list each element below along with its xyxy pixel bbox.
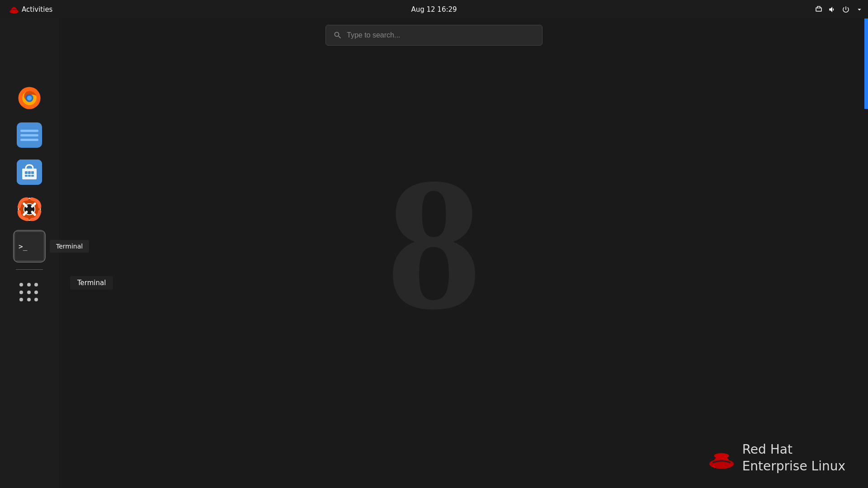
right-edge-indicator [864, 19, 868, 109]
help-icon-svg [17, 197, 42, 222]
terminal-prompt: >_ [19, 242, 27, 251]
terminal-icon-graphic: >_ [14, 231, 44, 261]
grid-dot [19, 298, 23, 301]
dock: >_ Terminal [0, 19, 59, 488]
dock-separator [16, 269, 43, 270]
software-icon-svg [17, 160, 42, 185]
svg-rect-13 [25, 175, 28, 177]
volume-icon-svg [828, 5, 836, 14]
topbar-right-controls [815, 5, 863, 14]
redhat-branding: Red Hat Enterprise Linux [708, 441, 845, 474]
terminal-tooltip-external: Terminal [70, 276, 113, 290]
redhat-line2: Enterprise Linux [742, 458, 845, 474]
grid-dot [34, 291, 38, 294]
system-menu-arrow-icon[interactable] [855, 5, 863, 14]
svg-rect-10 [25, 171, 28, 174]
search-bar [326, 25, 542, 46]
files-icon-graphic [17, 122, 42, 148]
grid-dot [27, 298, 31, 301]
svg-rect-15 [31, 175, 34, 177]
clock-display: Aug 12 16:29 [411, 5, 457, 14]
search-input[interactable] [347, 31, 535, 39]
svg-rect-14 [28, 175, 31, 177]
chevron-down-icon [855, 5, 863, 14]
svg-point-7 [27, 96, 32, 101]
dock-item-show-apps[interactable] [13, 277, 46, 309]
files-icon-bar2 [20, 134, 38, 136]
search-container [326, 25, 542, 46]
topbar: Activities Aug 12 16:29 [0, 0, 868, 19]
dock-item-files[interactable] [13, 119, 46, 151]
show-apps-grid [17, 280, 42, 305]
search-icon [333, 31, 342, 40]
grid-dot [34, 298, 38, 301]
grid-dot [27, 283, 31, 286]
svg-rect-3 [818, 7, 820, 8]
grid-dot [34, 283, 38, 286]
grid-dot [19, 283, 23, 286]
terminal-tooltip: Terminal [50, 240, 89, 253]
grid-dot [27, 291, 31, 294]
activities-button[interactable]: Activities [5, 3, 57, 16]
power-icon-svg [842, 5, 850, 14]
volume-icon[interactable] [828, 5, 836, 14]
network-icon-svg [815, 5, 823, 14]
watermark-text: 8 [387, 149, 481, 339]
network-icon[interactable] [815, 5, 823, 14]
activities-label: Activities [22, 5, 52, 14]
grid-dot [19, 291, 23, 294]
svg-point-20 [714, 453, 729, 458]
files-icon-bar3 [20, 139, 38, 141]
svg-point-0 [9, 9, 19, 14]
svg-rect-12 [31, 171, 34, 174]
svg-rect-11 [28, 171, 31, 174]
software-icon-graphic [17, 160, 42, 185]
redhat-hat-icon [708, 445, 735, 472]
svg-rect-2 [818, 7, 820, 7]
redhat-logo-icon [9, 5, 19, 14]
files-icon-bar1 [20, 130, 38, 132]
dock-item-help[interactable] [13, 193, 46, 225]
redhat-line1: Red Hat [742, 441, 845, 458]
dock-item-terminal[interactable]: >_ Terminal [13, 230, 46, 263]
dock-item-software[interactable] [13, 156, 46, 188]
dock-item-firefox[interactable] [13, 82, 46, 114]
redhat-text: Red Hat Enterprise Linux [742, 441, 845, 474]
power-icon[interactable] [842, 5, 850, 14]
firefox-icon-svg [17, 85, 42, 111]
